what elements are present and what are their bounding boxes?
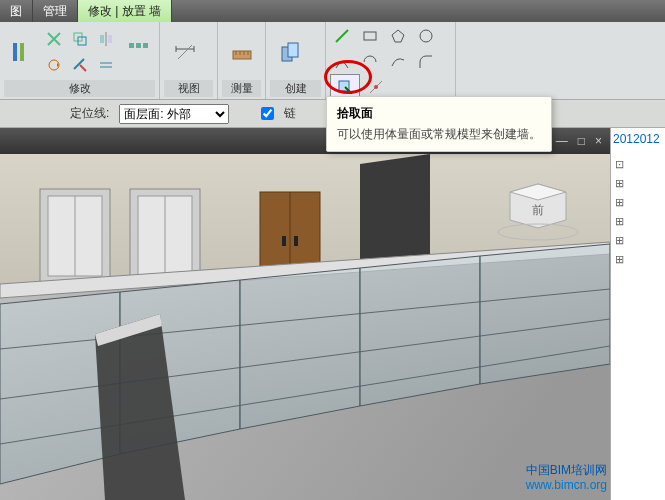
- array-button[interactable]: [122, 27, 156, 77]
- view-maximize-icon[interactable]: □: [578, 134, 585, 148]
- svg-marker-32: [240, 268, 360, 429]
- view-minimize-icon[interactable]: —: [556, 134, 568, 148]
- rect-icon[interactable]: [358, 24, 382, 48]
- svg-marker-34: [480, 244, 610, 384]
- circle-icon[interactable]: [414, 24, 438, 48]
- align-button[interactable]: [4, 27, 38, 77]
- measure-button[interactable]: [222, 27, 261, 77]
- create-button[interactable]: [270, 27, 312, 77]
- tab-modify-place-wall[interactable]: 修改 | 放置 墙: [78, 0, 172, 22]
- trim-icon[interactable]: [68, 53, 92, 77]
- location-line-label: 定位线:: [70, 105, 109, 122]
- tree-node[interactable]: ⊞: [615, 234, 661, 247]
- measure-icon: [231, 41, 253, 63]
- dimension-button[interactable]: [164, 27, 206, 77]
- array-icon: [127, 41, 149, 63]
- panel-view: 视图: [160, 22, 218, 99]
- panel-measure-title: 测量: [222, 80, 261, 97]
- tooltip-body: 可以使用体量面或常规模型来创建墙。: [337, 126, 541, 143]
- align-icon: [10, 41, 32, 63]
- arc-center-icon[interactable]: [358, 50, 382, 74]
- model-viewport[interactable]: 前: [0, 154, 610, 500]
- panel-create: 创建: [266, 22, 326, 99]
- svg-rect-0: [13, 43, 17, 61]
- dimension-icon: [174, 41, 196, 63]
- viewcube-face-label: 前: [532, 203, 544, 217]
- svg-point-15: [374, 85, 378, 89]
- chain-label: 链: [284, 105, 296, 122]
- copy-icon[interactable]: [68, 27, 92, 51]
- svg-point-13: [420, 30, 432, 42]
- panel-draw: [326, 22, 456, 99]
- tree-node[interactable]: ⊡: [615, 158, 661, 171]
- panel-modify-title: 修改: [4, 80, 155, 97]
- draw-tool-grid: [330, 24, 440, 74]
- view-stage: — □ ×: [0, 128, 610, 500]
- svg-rect-5: [129, 43, 134, 48]
- tree-node[interactable]: ⊞: [615, 177, 661, 190]
- chain-checkbox[interactable]: [261, 107, 274, 120]
- mirror-icon[interactable]: [94, 27, 118, 51]
- svg-rect-6: [136, 43, 141, 48]
- ribbon-tabs: 图 管理 修改 | 放置 墙: [0, 0, 665, 22]
- location-line-select[interactable]: 面层面: 外部: [119, 104, 229, 124]
- project-browser-title: 2012012: [611, 128, 665, 150]
- cut-icon[interactable]: [42, 27, 66, 51]
- svg-rect-7: [143, 43, 148, 48]
- panel-create-title: 创建: [270, 80, 321, 97]
- pick-face-icon: [337, 79, 353, 95]
- fillet-icon[interactable]: [414, 50, 438, 74]
- view-close-icon[interactable]: ×: [595, 134, 602, 148]
- project-browser: 2012012 ⊡ ⊞ ⊞ ⊞ ⊞ ⊞: [610, 128, 665, 500]
- tab-view[interactable]: 图: [0, 0, 33, 22]
- tab-manage[interactable]: 管理: [33, 0, 78, 22]
- svg-rect-11: [364, 32, 376, 40]
- svg-rect-26: [294, 236, 298, 246]
- arc-tan-icon[interactable]: [386, 50, 410, 74]
- rotate-icon[interactable]: [42, 53, 66, 77]
- svg-marker-12: [392, 30, 404, 42]
- tooltip-title: 拾取面: [337, 105, 541, 122]
- line-icon[interactable]: [330, 24, 354, 48]
- ribbon: 修改 视图 测量 创建: [0, 22, 665, 100]
- tree-node[interactable]: ⊞: [615, 253, 661, 266]
- create-icon: [280, 41, 302, 63]
- panel-modify: 修改: [0, 22, 160, 99]
- tree-node[interactable]: ⊞: [615, 196, 661, 209]
- panel-view-title: 视图: [164, 80, 213, 97]
- tree-node[interactable]: ⊞: [615, 215, 661, 228]
- svg-rect-10: [288, 43, 298, 57]
- svg-rect-1: [20, 43, 24, 61]
- panel-measure: 测量: [218, 22, 266, 99]
- polygon-icon[interactable]: [386, 24, 410, 48]
- pick-line-icon: [368, 79, 384, 95]
- project-tree[interactable]: ⊡ ⊞ ⊞ ⊞ ⊞ ⊞: [611, 150, 665, 274]
- svg-rect-25: [282, 236, 286, 246]
- offset-icon[interactable]: [94, 53, 118, 77]
- arc-start-icon[interactable]: [330, 50, 354, 74]
- tooltip: 拾取面 可以使用体量面或常规模型来创建墙。: [326, 96, 552, 152]
- modify-tool-grid: [42, 27, 118, 77]
